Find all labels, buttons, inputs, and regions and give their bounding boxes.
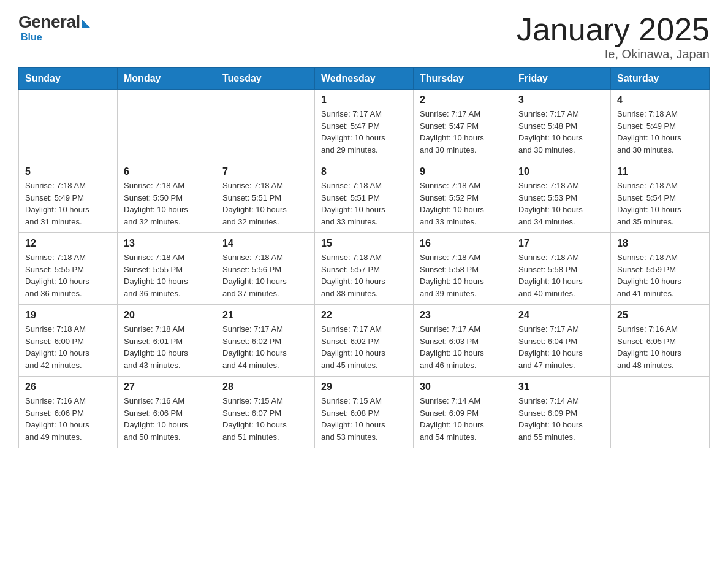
calendar-week-3: 12Sunrise: 7:18 AMSunset: 5:55 PMDayligh… xyxy=(19,233,710,305)
day-number: 1 xyxy=(321,94,407,105)
calendar-cell: 8Sunrise: 7:18 AMSunset: 5:51 PMDaylight… xyxy=(315,161,414,233)
calendar-header-row: SundayMondayTuesdayWednesdayThursdayFrid… xyxy=(19,68,710,90)
calendar-cell: 26Sunrise: 7:16 AMSunset: 6:06 PMDayligh… xyxy=(19,377,118,448)
day-number: 5 xyxy=(25,166,111,177)
day-number: 25 xyxy=(617,310,703,321)
day-info: Sunrise: 7:18 AMSunset: 5:57 PMDaylight:… xyxy=(321,251,407,299)
day-info: Sunrise: 7:15 AMSunset: 6:07 PMDaylight:… xyxy=(222,395,308,443)
day-number: 23 xyxy=(420,310,506,321)
calendar-cell: 19Sunrise: 7:18 AMSunset: 6:00 PMDayligh… xyxy=(19,305,118,377)
day-info: Sunrise: 7:15 AMSunset: 6:08 PMDaylight:… xyxy=(321,395,407,443)
day-number: 3 xyxy=(518,94,604,105)
day-info: Sunrise: 7:18 AMSunset: 5:55 PMDaylight:… xyxy=(25,251,111,299)
calendar-cell: 18Sunrise: 7:18 AMSunset: 5:59 PMDayligh… xyxy=(611,233,710,305)
day-info: Sunrise: 7:17 AMSunset: 5:47 PMDaylight:… xyxy=(321,108,407,156)
day-info: Sunrise: 7:18 AMSunset: 5:53 PMDaylight:… xyxy=(518,180,604,228)
day-number: 14 xyxy=(222,238,308,249)
calendar-week-4: 19Sunrise: 7:18 AMSunset: 6:00 PMDayligh… xyxy=(19,305,710,377)
calendar-cell: 17Sunrise: 7:18 AMSunset: 5:58 PMDayligh… xyxy=(512,233,611,305)
page-header: General Blue January 2025 Ie, Okinawa, J… xyxy=(18,12,710,61)
day-info: Sunrise: 7:17 AMSunset: 6:02 PMDaylight:… xyxy=(222,323,308,371)
logo-general-text: General xyxy=(18,12,80,32)
day-number: 18 xyxy=(617,238,703,249)
day-info: Sunrise: 7:18 AMSunset: 5:49 PMDaylight:… xyxy=(617,108,703,156)
day-number: 16 xyxy=(420,238,506,249)
logo-arrow-icon xyxy=(82,19,90,28)
calendar-cell: 3Sunrise: 7:17 AMSunset: 5:48 PMDaylight… xyxy=(512,90,611,161)
calendar-cell xyxy=(216,90,315,161)
calendar-table: SundayMondayTuesdayWednesdayThursdayFrid… xyxy=(18,67,710,448)
calendar-cell: 23Sunrise: 7:17 AMSunset: 6:03 PMDayligh… xyxy=(414,305,512,377)
calendar-cell: 14Sunrise: 7:18 AMSunset: 5:56 PMDayligh… xyxy=(216,233,315,305)
weekday-header-sunday: Sunday xyxy=(19,68,118,90)
day-info: Sunrise: 7:16 AMSunset: 6:06 PMDaylight:… xyxy=(124,395,210,443)
day-info: Sunrise: 7:18 AMSunset: 5:58 PMDaylight:… xyxy=(518,251,604,299)
calendar-cell: 16Sunrise: 7:18 AMSunset: 5:58 PMDayligh… xyxy=(414,233,512,305)
day-number: 27 xyxy=(124,381,210,393)
day-info: Sunrise: 7:18 AMSunset: 6:00 PMDaylight:… xyxy=(25,323,111,371)
day-number: 17 xyxy=(518,238,604,249)
weekday-header-tuesday: Tuesday xyxy=(216,68,315,90)
calendar-cell: 29Sunrise: 7:15 AMSunset: 6:08 PMDayligh… xyxy=(315,377,414,448)
day-number: 10 xyxy=(518,166,604,177)
day-number: 29 xyxy=(321,381,407,393)
day-number: 19 xyxy=(25,310,111,321)
weekday-header-saturday: Saturday xyxy=(611,68,710,90)
day-number: 28 xyxy=(222,381,308,393)
day-number: 31 xyxy=(518,381,604,393)
calendar-cell: 21Sunrise: 7:17 AMSunset: 6:02 PMDayligh… xyxy=(216,305,315,377)
day-info: Sunrise: 7:18 AMSunset: 5:54 PMDaylight:… xyxy=(617,180,703,228)
calendar-cell: 22Sunrise: 7:17 AMSunset: 6:02 PMDayligh… xyxy=(315,305,414,377)
day-number: 21 xyxy=(222,310,308,321)
title-block: January 2025 Ie, Okinawa, Japan xyxy=(517,12,710,61)
day-info: Sunrise: 7:17 AMSunset: 5:48 PMDaylight:… xyxy=(518,108,604,156)
day-info: Sunrise: 7:16 AMSunset: 6:05 PMDaylight:… xyxy=(617,323,703,371)
day-number: 26 xyxy=(25,381,111,393)
calendar-cell: 28Sunrise: 7:15 AMSunset: 6:07 PMDayligh… xyxy=(216,377,315,448)
calendar-cell: 13Sunrise: 7:18 AMSunset: 5:55 PMDayligh… xyxy=(118,233,216,305)
calendar-week-1: 1Sunrise: 7:17 AMSunset: 5:47 PMDaylight… xyxy=(19,90,710,161)
day-number: 2 xyxy=(420,94,506,105)
day-number: 24 xyxy=(518,310,604,321)
day-info: Sunrise: 7:16 AMSunset: 6:06 PMDaylight:… xyxy=(25,395,111,443)
calendar-cell: 12Sunrise: 7:18 AMSunset: 5:55 PMDayligh… xyxy=(19,233,118,305)
day-info: Sunrise: 7:17 AMSunset: 6:03 PMDaylight:… xyxy=(420,323,506,371)
calendar-cell: 5Sunrise: 7:18 AMSunset: 5:49 PMDaylight… xyxy=(19,161,118,233)
day-number: 30 xyxy=(420,381,506,393)
day-number: 6 xyxy=(124,166,210,177)
calendar-cell: 7Sunrise: 7:18 AMSunset: 5:51 PMDaylight… xyxy=(216,161,315,233)
calendar-cell xyxy=(19,90,118,161)
logo-blue-text: Blue xyxy=(21,32,42,43)
day-number: 11 xyxy=(617,166,703,177)
day-number: 22 xyxy=(321,310,407,321)
day-number: 15 xyxy=(321,238,407,249)
weekday-header-thursday: Thursday xyxy=(414,68,512,90)
weekday-header-friday: Friday xyxy=(512,68,611,90)
logo-top: General xyxy=(18,12,90,32)
calendar-cell: 1Sunrise: 7:17 AMSunset: 5:47 PMDaylight… xyxy=(315,90,414,161)
calendar-cell: 15Sunrise: 7:18 AMSunset: 5:57 PMDayligh… xyxy=(315,233,414,305)
calendar-cell: 24Sunrise: 7:17 AMSunset: 6:04 PMDayligh… xyxy=(512,305,611,377)
day-number: 4 xyxy=(617,94,703,105)
day-info: Sunrise: 7:18 AMSunset: 5:51 PMDaylight:… xyxy=(222,180,308,228)
day-number: 9 xyxy=(420,166,506,177)
calendar-cell: 9Sunrise: 7:18 AMSunset: 5:52 PMDaylight… xyxy=(414,161,512,233)
page-title: January 2025 xyxy=(517,12,710,47)
calendar-cell: 30Sunrise: 7:14 AMSunset: 6:09 PMDayligh… xyxy=(414,377,512,448)
day-info: Sunrise: 7:17 AMSunset: 6:02 PMDaylight:… xyxy=(321,323,407,371)
day-number: 8 xyxy=(321,166,407,177)
day-info: Sunrise: 7:18 AMSunset: 5:59 PMDaylight:… xyxy=(617,251,703,299)
day-info: Sunrise: 7:18 AMSunset: 5:52 PMDaylight:… xyxy=(420,180,506,228)
calendar-week-2: 5Sunrise: 7:18 AMSunset: 5:49 PMDaylight… xyxy=(19,161,710,233)
calendar-cell: 6Sunrise: 7:18 AMSunset: 5:50 PMDaylight… xyxy=(118,161,216,233)
logo: General Blue xyxy=(18,12,90,43)
day-info: Sunrise: 7:18 AMSunset: 5:56 PMDaylight:… xyxy=(222,251,308,299)
calendar-cell: 25Sunrise: 7:16 AMSunset: 6:05 PMDayligh… xyxy=(611,305,710,377)
calendar-cell: 31Sunrise: 7:14 AMSunset: 6:09 PMDayligh… xyxy=(512,377,611,448)
calendar-cell: 2Sunrise: 7:17 AMSunset: 5:47 PMDaylight… xyxy=(414,90,512,161)
day-info: Sunrise: 7:17 AMSunset: 6:04 PMDaylight:… xyxy=(518,323,604,371)
calendar-week-5: 26Sunrise: 7:16 AMSunset: 6:06 PMDayligh… xyxy=(19,377,710,448)
calendar-cell: 27Sunrise: 7:16 AMSunset: 6:06 PMDayligh… xyxy=(118,377,216,448)
day-info: Sunrise: 7:18 AMSunset: 5:55 PMDaylight:… xyxy=(124,251,210,299)
day-number: 7 xyxy=(222,166,308,177)
